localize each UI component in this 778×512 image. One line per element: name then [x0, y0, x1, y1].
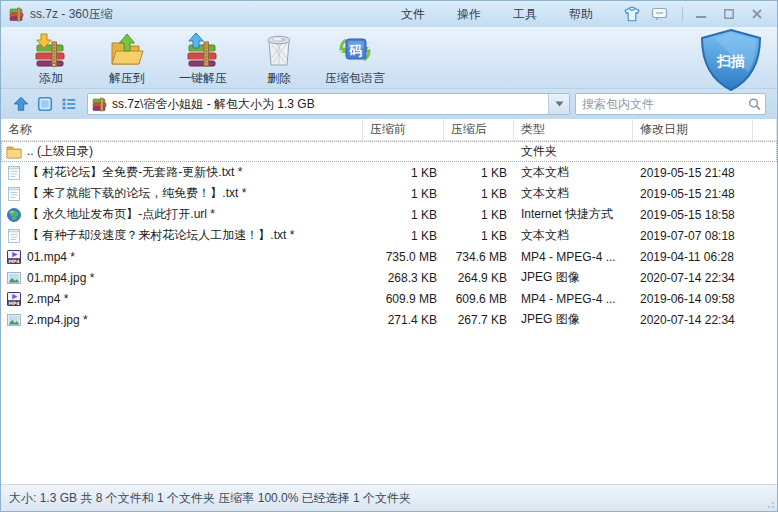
menu-tools[interactable]: 工具 [497, 2, 553, 27]
window-title: ss.7z - 360压缩 [30, 6, 113, 23]
file-name: 【 村花论坛】全免费-无套路-更新快.txt * [27, 164, 242, 181]
file-type: MP4 - MPEG-4 ... [514, 292, 633, 306]
maximize-button[interactable] [715, 4, 743, 24]
text-file-icon [6, 186, 22, 202]
jpeg-file-icon [6, 270, 22, 286]
column-header-size-after[interactable]: 压缩后 [444, 119, 514, 140]
file-date: 2020-07-14 22:34 [633, 313, 753, 327]
scan-label: 扫描 [716, 53, 745, 69]
archive-language-button[interactable]: 码 压缩包语言 [317, 29, 393, 87]
size-after: 609.6 MB [444, 292, 514, 306]
menu-help[interactable]: 帮助 [553, 2, 609, 27]
menu-bar: 文件 操作 工具 帮助 [385, 2, 609, 27]
file-name: 2.mp4.jpg * [27, 313, 88, 327]
scan-shield-button[interactable]: 扫描 [693, 27, 769, 93]
file-name: 【 来了就能下载的论坛，纯免费！】.txt * [27, 185, 246, 202]
file-name: 2.mp4 * [27, 292, 68, 306]
table-row[interactable]: MP4 2.mp4 * 609.9 MB 609.6 MB MP4 - MPEG… [1, 288, 777, 309]
column-header-date[interactable]: 修改日期 [633, 119, 753, 140]
archive-icon [92, 96, 108, 112]
view-mode-button[interactable] [33, 93, 57, 115]
file-date: 2020-07-14 22:34 [633, 271, 753, 285]
title-bar: ss.7z - 360压缩 文件 操作 工具 帮助 [1, 1, 777, 27]
add-button[interactable]: 添加 [13, 29, 89, 87]
file-date: 2019-05-15 21:48 [633, 187, 753, 201]
table-row[interactable]: 【 来了就能下载的论坛，纯免费！】.txt * 1 KB 1 KB 文本文档 2… [1, 183, 777, 204]
file-list: 名称 压缩前 压缩后 类型 修改日期 .. (上级目录) 文件夹 [1, 119, 777, 486]
file-type: MP4 - MPEG-4 ... [514, 250, 633, 264]
resize-grip-icon[interactable] [765, 499, 775, 509]
delete-button[interactable]: 删除 [241, 29, 317, 87]
globe-icon [6, 207, 22, 223]
app-window: ss.7z - 360压缩 文件 操作 工具 帮助 [0, 0, 778, 512]
file-type: JPEG 图像 [514, 311, 633, 328]
feedback-icon[interactable] [651, 6, 668, 22]
text-file-icon [6, 165, 22, 181]
file-type: Internet 快捷方式 [514, 206, 633, 223]
tool-label: 删除 [267, 70, 291, 87]
file-date: 2019-05-15 18:58 [633, 208, 753, 222]
menu-file[interactable]: 文件 [385, 2, 441, 27]
file-date: 2019-04-11 06:28 [633, 250, 753, 264]
list-mode-button[interactable] [57, 93, 81, 115]
table-row[interactable]: 2.mp4.jpg * 271.4 KB 267.7 KB JPEG 图像 20… [1, 309, 777, 330]
column-header-type[interactable]: 类型 [514, 119, 633, 140]
svg-text:MP4: MP4 [8, 258, 19, 263]
size-before: 1 KB [363, 166, 444, 180]
minimize-button[interactable] [687, 4, 715, 24]
table-row[interactable]: 【 永久地址发布页】-点此打开.url * 1 KB 1 KB Internet… [1, 204, 777, 225]
file-name: .. (上级目录) [27, 143, 93, 160]
column-header-size-before[interactable]: 压缩前 [363, 119, 444, 140]
status-text: 大小: 1.3 GB 共 8 个文件和 1 个文件夹 压缩率 100.0% 已经… [9, 490, 411, 507]
titlebar-icons [623, 6, 668, 23]
path-dropdown-button[interactable] [548, 94, 569, 114]
menu-actions[interactable]: 操作 [441, 2, 497, 27]
column-header-name[interactable]: 名称 [1, 119, 363, 140]
size-before: 1 KB [363, 187, 444, 201]
file-name: 【 有种子却没速度？来村花论坛人工加速！】.txt * [27, 227, 294, 244]
search-box [575, 93, 766, 115]
size-after: 1 KB [444, 208, 514, 222]
size-after: 1 KB [444, 187, 514, 201]
archive-language-icon: 码 [336, 31, 374, 69]
mp4-file-icon: MP4 [6, 249, 22, 265]
tool-label: 压缩包语言 [325, 70, 385, 87]
size-before: 735.0 MB [363, 250, 444, 264]
file-date: 2019-05-15 21:48 [633, 166, 753, 180]
status-bar: 大小: 1.3 GB 共 8 个文件和 1 个文件夹 压缩率 100.0% 已经… [1, 484, 777, 511]
one-click-extract-icon [184, 31, 222, 69]
file-date: 2019-06-14 09:58 [633, 292, 753, 306]
table-row[interactable]: 【 有种子却没速度？来村花论坛人工加速！】.txt * 1 KB 1 KB 文本… [1, 225, 777, 246]
tool-label: 添加 [39, 70, 63, 87]
svg-text:码: 码 [349, 42, 363, 57]
up-button[interactable] [9, 93, 33, 115]
table-row[interactable]: MP4 01.mp4 * 735.0 MB 734.6 MB MP4 - MPE… [1, 246, 777, 267]
mp4-file-icon: MP4 [6, 291, 22, 307]
svg-text:MP4: MP4 [8, 300, 19, 305]
file-name: 01.mp4.jpg * [27, 271, 94, 285]
up-icon [12, 95, 30, 113]
extract-to-button[interactable]: 解压到 [89, 29, 165, 87]
archive-icon [9, 6, 25, 22]
column-header-spacer [753, 119, 777, 140]
path-combobox[interactable]: ss.7z\宿舍小姐姐 - 解包大小为 1.3 GB [87, 93, 570, 115]
view-mode-icon [36, 95, 54, 113]
close-button[interactable] [743, 4, 771, 24]
size-before: 268.3 KB [363, 271, 444, 285]
chevron-down-icon [555, 101, 564, 107]
size-before: 1 KB [363, 208, 444, 222]
skin-icon[interactable] [623, 6, 641, 23]
one-click-extract-button[interactable]: 一键解压 [165, 29, 241, 87]
divider [682, 7, 683, 21]
size-after: 264.9 KB [444, 271, 514, 285]
magnifier-icon[interactable] [748, 97, 761, 111]
tool-label: 解压到 [109, 70, 145, 87]
search-input[interactable] [582, 97, 748, 111]
size-after: 267.7 KB [444, 313, 514, 327]
file-type: 文件夹 [514, 143, 633, 160]
table-row[interactable]: 【 村花论坛】全免费-无套路-更新快.txt * 1 KB 1 KB 文本文档 … [1, 162, 777, 183]
window-controls [687, 4, 771, 24]
table-row[interactable]: 01.mp4.jpg * 268.3 KB 264.9 KB JPEG 图像 2… [1, 267, 777, 288]
table-row[interactable]: .. (上级目录) 文件夹 [1, 141, 777, 162]
folder-icon [6, 144, 22, 160]
